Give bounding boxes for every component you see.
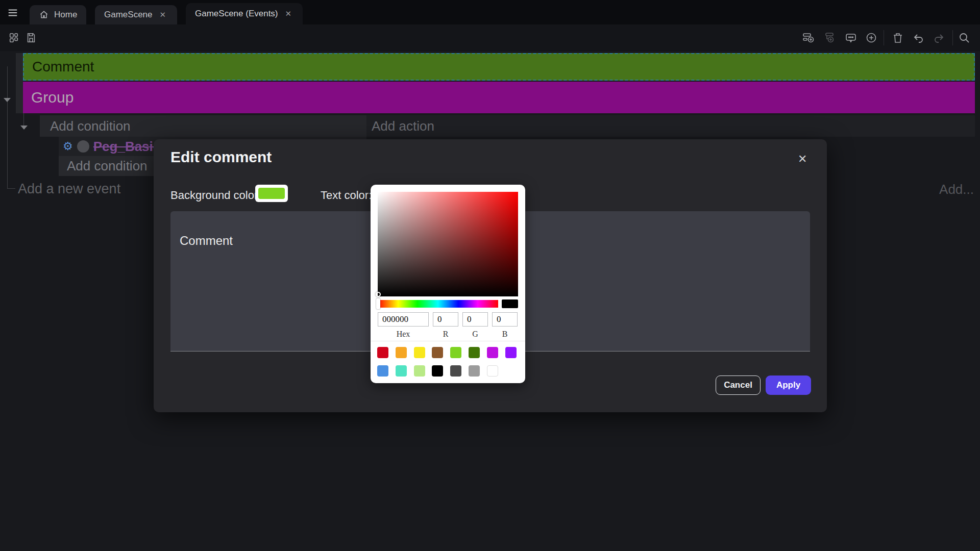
- preset-swatch[interactable]: [505, 347, 517, 358]
- hex-input[interactable]: [378, 312, 429, 327]
- tab-label: Home: [54, 10, 77, 20]
- tree-guide-line: [7, 66, 8, 189]
- gdevelop-window: Home GameScene ✕ GameScene (Events) ✕: [0, 0, 980, 551]
- close-icon: ✕: [798, 153, 807, 165]
- apply-button[interactable]: Apply: [766, 375, 811, 395]
- add-event-icon: [802, 32, 815, 44]
- toggle-panels-button[interactable]: [7, 31, 20, 44]
- preset-swatch[interactable]: [432, 365, 443, 377]
- preset-swatch[interactable]: [414, 365, 425, 377]
- behavior-gear-icon: ⚙: [63, 140, 73, 153]
- object-thumbnail: [77, 140, 89, 153]
- tab-gamescene[interactable]: GameScene ✕: [95, 5, 177, 24]
- choose-event-type-button[interactable]: [865, 31, 878, 44]
- tab-label: GameScene (Events): [195, 9, 278, 19]
- preset-swatch[interactable]: [377, 365, 388, 377]
- redo-button[interactable]: [933, 31, 946, 44]
- background-color-label: Background color:: [170, 189, 261, 202]
- blue-input[interactable]: [492, 312, 518, 327]
- toolbar: Preview ▾ Publish: [0, 24, 980, 51]
- blue-label: B: [492, 330, 518, 339]
- dialog-close-button[interactable]: ✕: [798, 154, 807, 165]
- saturation-value-area[interactable]: [378, 192, 518, 296]
- event-drag-gutter[interactable]: [16, 53, 23, 113]
- preset-swatch[interactable]: [487, 347, 498, 358]
- comment-event-row[interactable]: Comment: [23, 53, 975, 81]
- color-picker-popup: Hex R G B: [371, 185, 525, 383]
- layout-panels-icon: [8, 32, 19, 43]
- undo-button[interactable]: [912, 31, 925, 44]
- add-action-button[interactable]: Add action: [366, 115, 975, 137]
- subevent-arrow-icon: [20, 126, 28, 130]
- preset-swatch[interactable]: [377, 347, 388, 358]
- picker-divider: [371, 341, 525, 341]
- preset-swatch[interactable]: [414, 347, 425, 358]
- add-subevent-button[interactable]: [823, 31, 837, 44]
- undo-icon: [912, 32, 924, 44]
- saturation-cursor[interactable]: [376, 292, 381, 297]
- hue-slider-handle[interactable]: [376, 298, 380, 309]
- add-comment-button[interactable]: [844, 31, 857, 44]
- search-icon: [958, 32, 970, 44]
- preset-swatch[interactable]: [487, 365, 498, 377]
- toolbar-separator: [884, 30, 884, 45]
- tab-bar: Home GameScene ✕ GameScene (Events) ✕: [0, 0, 980, 24]
- expand-group-icon[interactable]: [4, 98, 11, 102]
- subevent-guide-line: [23, 113, 24, 126]
- toolbar-separator: [952, 30, 953, 45]
- add-condition-button[interactable]: Add condition: [40, 115, 366, 137]
- background-color-swatch: [258, 188, 285, 199]
- main-menu-button[interactable]: [6, 6, 19, 19]
- preset-swatch[interactable]: [396, 365, 407, 377]
- comment-bubble-icon: [845, 32, 857, 44]
- group-event-row[interactable]: Group: [23, 82, 975, 113]
- green-label: G: [462, 330, 488, 339]
- tab-home[interactable]: Home: [30, 5, 86, 24]
- save-button[interactable]: [24, 31, 38, 44]
- preset-swatch[interactable]: [469, 365, 480, 377]
- add-subevent-icon: [824, 32, 836, 44]
- preset-swatch[interactable]: [432, 347, 443, 358]
- preset-swatch[interactable]: [469, 347, 480, 358]
- trash-icon: [892, 32, 904, 44]
- tree-guide-elbow: [7, 188, 15, 189]
- current-color-preview: [502, 299, 518, 308]
- add-event-button[interactable]: [802, 31, 815, 44]
- preset-swatch[interactable]: [396, 347, 407, 358]
- hue-slider[interactable]: [378, 300, 498, 308]
- cancel-button[interactable]: Cancel: [716, 375, 761, 395]
- redo-icon: [933, 32, 945, 44]
- save-icon: [26, 32, 37, 43]
- group-row-text: Group: [31, 89, 74, 106]
- close-icon[interactable]: ✕: [158, 9, 168, 20]
- preset-swatch[interactable]: [450, 347, 461, 358]
- red-input[interactable]: [433, 312, 458, 327]
- close-icon[interactable]: ✕: [283, 8, 294, 19]
- text-color-label: Text color:: [321, 189, 372, 202]
- dialog-title: Edit comment: [170, 148, 272, 166]
- preset-swatch[interactable]: [450, 365, 461, 377]
- home-icon: [39, 10, 49, 20]
- search-button[interactable]: [958, 31, 971, 44]
- green-input[interactable]: [462, 312, 488, 327]
- add-button-truncated[interactable]: Add...: [914, 182, 974, 197]
- delete-button[interactable]: [891, 31, 904, 44]
- tab-gamescene-events[interactable]: GameScene (Events) ✕: [186, 3, 303, 24]
- red-label: R: [433, 330, 458, 339]
- add-new-event-button[interactable]: Add a new event: [18, 181, 120, 197]
- comment-row-text: Comment: [32, 59, 94, 75]
- hex-label: Hex: [378, 330, 429, 339]
- background-color-chip[interactable]: [255, 185, 288, 202]
- circle-plus-icon: [865, 32, 877, 44]
- tab-label: GameScene: [104, 10, 153, 20]
- hamburger-icon: [7, 7, 18, 18]
